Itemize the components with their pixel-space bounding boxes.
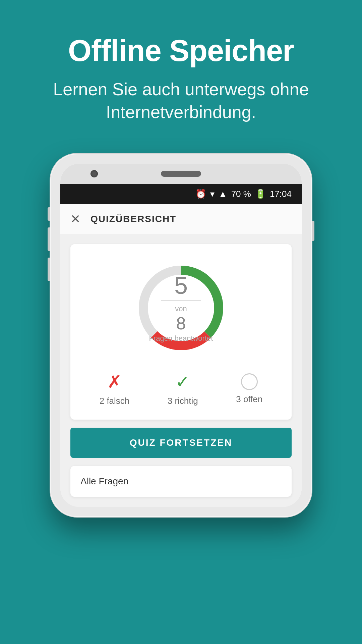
status-bar: ⏰ ▾ ▲ 70 % 🔋 17:04 xyxy=(60,184,302,204)
status-icons: ⏰ ▾ ▲ 70 % 🔋 17:04 xyxy=(195,189,292,199)
stat-correct: ✓ 3 richtig xyxy=(168,372,198,406)
correct-icon: ✓ xyxy=(175,372,190,392)
signal-icon: ▲ xyxy=(219,189,227,199)
wifi-icon: ▾ xyxy=(210,189,215,199)
page-subtitle: Lernen Sie auch unterwegs ohne Internetv… xyxy=(20,78,342,123)
battery-percent: 70 % xyxy=(231,189,251,199)
volume-down-button xyxy=(48,258,50,281)
all-questions-label: Alle Fragen xyxy=(80,476,128,486)
volume-up-button xyxy=(48,227,50,251)
answered-count: 5 xyxy=(174,273,188,298)
phone-top-bar xyxy=(60,164,302,184)
wrong-icon: ✗ xyxy=(107,372,122,392)
speaker xyxy=(161,171,201,177)
von-label: von xyxy=(175,305,187,313)
battery-icon: 🔋 xyxy=(255,189,266,199)
header-section: Offline Speicher Lernen Sie auch unterwe… xyxy=(0,0,362,144)
power-button xyxy=(312,221,314,241)
wrong-label: 2 falsch xyxy=(100,396,130,406)
donut-divider xyxy=(161,300,201,301)
app-content: 5 von 8 Fragen beantwortet ✗ 2 falsch xyxy=(60,234,302,507)
phone-screen: ⏰ ▾ ▲ 70 % 🔋 17:04 ✕ QUIZÜBERSICHT xyxy=(60,164,302,507)
clock: 17:04 xyxy=(270,189,292,199)
camera-icon xyxy=(90,170,98,177)
phone-shell: ⏰ ▾ ▲ 70 % 🔋 17:04 ✕ QUIZÜBERSICHT xyxy=(50,154,312,517)
donut-chart-container: 5 von 8 Fragen beantwortet xyxy=(80,258,282,358)
correct-label: 3 richtig xyxy=(168,396,198,406)
close-button[interactable]: ✕ xyxy=(70,212,80,226)
total-count: 8 xyxy=(176,315,186,332)
phone-mockup: ⏰ ▾ ▲ 70 % 🔋 17:04 ✕ QUIZÜBERSICHT xyxy=(50,154,312,517)
donut-center-text: 5 von 8 Fragen beantwortet xyxy=(149,273,213,343)
quiz-header-title: QUIZÜBERSICHT xyxy=(90,214,176,224)
all-questions-card: Alle Fragen xyxy=(70,466,292,497)
stat-open: 3 offen xyxy=(236,373,262,405)
quiz-overview-card: 5 von 8 Fragen beantwortet ✗ 2 falsch xyxy=(70,244,292,420)
fragen-label: Fragen beantwortet xyxy=(149,334,213,343)
stat-wrong: ✗ 2 falsch xyxy=(100,372,130,406)
open-icon xyxy=(241,373,258,390)
continue-button[interactable]: QUIZ FORTSETZEN xyxy=(70,428,292,458)
alarm-icon: ⏰ xyxy=(195,189,206,199)
stats-row: ✗ 2 falsch ✓ 3 richtig 3 offen xyxy=(80,372,282,406)
app-header: ✕ QUIZÜBERSICHT xyxy=(60,204,302,234)
open-label: 3 offen xyxy=(236,394,262,405)
page-title: Offline Speicher xyxy=(20,34,342,68)
mute-button xyxy=(48,207,50,221)
